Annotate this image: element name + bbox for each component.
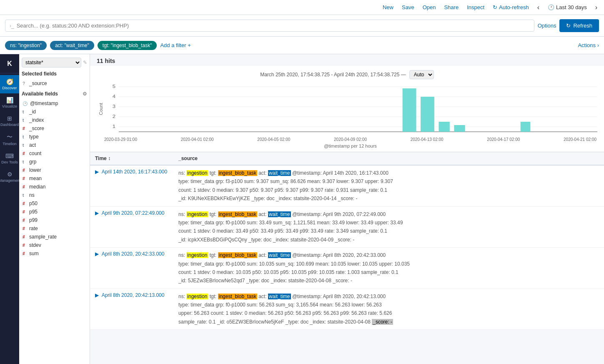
results-table: Time ↕ _source ▶ April 14th 2020, 16:17:… (90, 152, 604, 330)
refresh-circle-icon: ↻ (493, 4, 497, 10)
available-fields-title: Available fields (22, 91, 58, 97)
save-link[interactable]: Save (402, 4, 414, 10)
hash-type-icon-p50: # (23, 201, 27, 206)
hash-type-icon-score: # (23, 126, 27, 131)
share-link[interactable]: Share (444, 4, 459, 10)
x-label-3: 2020-04-05 02:00 (257, 137, 290, 142)
field-sample-rate[interactable]: # sample_rate (22, 233, 87, 241)
x-axis-label: @timestamp per 12 hours (324, 143, 377, 148)
date-range-label: March 25th 2020, 17:54:38.725 - April 24… (260, 72, 406, 78)
field-index[interactable]: t _index (22, 116, 87, 124)
wave-icon: 〜 (7, 133, 13, 141)
field-p95[interactable]: # p95 (22, 208, 87, 216)
nav-dashboard[interactable]: ⊞ Dashboard (0, 112, 19, 130)
field-ns[interactable]: t ns (22, 191, 87, 199)
available-fields-settings-icon[interactable]: ⚙ (83, 91, 87, 97)
hash-type-icon-lower: # (23, 168, 27, 173)
question-type-icon: ? (23, 81, 27, 86)
field-mean[interactable]: # mean (22, 174, 87, 183)
expand-row-2[interactable]: ▶ (95, 210, 99, 216)
field-source[interactable]: ? _source (22, 79, 87, 88)
selected-fields-section: Selected fields ? _source (22, 71, 87, 88)
nav-discover[interactable]: 🧭 Discover (0, 75, 19, 93)
inspect-link[interactable]: Inspect (467, 4, 484, 10)
field-type[interactable]: t type (22, 133, 87, 141)
t-type-icon-act: t (23, 143, 27, 148)
field-p50[interactable]: # p50 (22, 199, 87, 208)
nav-management[interactable]: ⚙ Management (0, 168, 19, 186)
time-value-2[interactable]: April 9th 2020, 07:22:49.000 (102, 210, 165, 216)
hash-type-icon-rate: # (23, 226, 27, 231)
selected-fields-title: Selected fields (22, 71, 87, 77)
filter-tgt[interactable]: tgt: "ingest_blob_task" (98, 41, 157, 50)
table-row: ▶ April 9th 2020, 07:22:49.000 ns: inges… (90, 206, 604, 248)
field-grp[interactable]: t grp (22, 158, 87, 166)
clock-type-icon: 🕐 (23, 101, 28, 106)
nav-visualize[interactable]: 📊 Visualize (0, 93, 19, 112)
options-button[interactable]: Options (538, 23, 556, 29)
nav-devtools[interactable]: ⌨ Dev Tools (0, 149, 19, 168)
svg-rect-13 (439, 122, 449, 132)
hash-type-icon-stdev: # (23, 243, 27, 248)
refresh-icon: ↻ (566, 23, 571, 29)
field-id[interactable]: t _id (22, 108, 87, 116)
field-act[interactable]: t act (22, 141, 87, 149)
hash-type-icon-count: # (23, 151, 27, 156)
hash-type-icon-mean: # (23, 176, 27, 181)
new-link[interactable]: New (383, 4, 393, 10)
x-label-7: 2020-04-21 02:00 (564, 137, 596, 142)
open-link[interactable]: Open (423, 4, 436, 10)
svg-text:1: 1 (113, 124, 115, 129)
filter-ns[interactable]: ns: "ingestion" (5, 41, 47, 50)
t-type-icon-index: t (23, 118, 27, 123)
expand-row-1[interactable]: ▶ (95, 169, 99, 175)
svg-rect-11 (403, 88, 416, 132)
y-axis-label: Count (98, 103, 103, 115)
field-count[interactable]: # count (22, 149, 87, 158)
field-sum[interactable]: # sum (22, 249, 87, 258)
field-lower[interactable]: # lower (22, 166, 87, 174)
clock-icon: 🕐 (548, 4, 554, 10)
field-score[interactable]: # _score (22, 124, 87, 133)
expand-row-4[interactable]: ▶ (95, 292, 99, 298)
terminal-icon: ›_ (10, 23, 14, 29)
filter-act[interactable]: act: "wait_time" (50, 41, 94, 50)
field-median[interactable]: # median (22, 183, 87, 191)
time-value-4[interactable]: April 8th 2020, 20:42:13.000 (102, 292, 165, 298)
time-column-header[interactable]: Time ↕ (90, 152, 173, 165)
expand-row-3[interactable]: ▶ (95, 251, 99, 257)
actions-button[interactable]: Actions › (578, 42, 599, 48)
table-row: ▶ April 8th 2020, 20:42:13.000 ns: inges… (90, 289, 604, 330)
refresh-button[interactable]: ↻ Refresh (559, 19, 599, 32)
hash-type-icon-p99: # (23, 218, 27, 223)
nav-timelion[interactable]: 〜 Timelion (0, 130, 19, 149)
field-rate[interactable]: # rate (22, 224, 87, 233)
field-p99[interactable]: # p99 (22, 216, 87, 224)
add-filter-button[interactable]: Add a filter + (160, 42, 190, 48)
index-edit-icon[interactable]: ✎ (83, 60, 87, 65)
prev-time-button[interactable]: ‹ (537, 4, 539, 11)
histogram-chart: 5 4 3 2 1 (103, 82, 597, 136)
svg-text:4: 4 (113, 94, 116, 99)
chart-container: March 25th 2020, 17:54:38.725 - April 24… (90, 66, 604, 152)
svg-text:5: 5 (113, 84, 116, 89)
t-type-icon-id: t (23, 110, 27, 114)
table-row: ▶ April 14th 2020, 16:17:43.000 ns: inge… (90, 165, 604, 206)
svg-rect-15 (521, 122, 531, 132)
index-pattern-select[interactable]: statsite* (22, 58, 81, 68)
interval-select[interactable]: Auto (409, 70, 434, 79)
time-value-3[interactable]: April 8th 2020, 20:42:33.000 (102, 251, 165, 257)
index-selector[interactable]: statsite* ✎ (22, 58, 87, 68)
compass-icon: 🧭 (6, 78, 13, 85)
field-timestamp[interactable]: 🕐 @timestamp (22, 99, 87, 108)
bar-chart-icon: 📊 (6, 97, 13, 103)
hash-type-icon-sum: # (23, 251, 27, 256)
next-time-button[interactable]: › (595, 4, 597, 11)
auto-refresh-button[interactable]: ↻ Auto-refresh (493, 4, 529, 10)
search-input[interactable] (17, 23, 530, 29)
hits-count: 11 hits (90, 54, 604, 66)
gear-icon: ⚙ (7, 171, 13, 178)
x-label-6: 2020-04-17 02:00 (487, 137, 520, 142)
field-stdev[interactable]: # stdev (22, 241, 87, 249)
time-value-1[interactable]: April 14th 2020, 16:17:43.000 (102, 169, 167, 175)
